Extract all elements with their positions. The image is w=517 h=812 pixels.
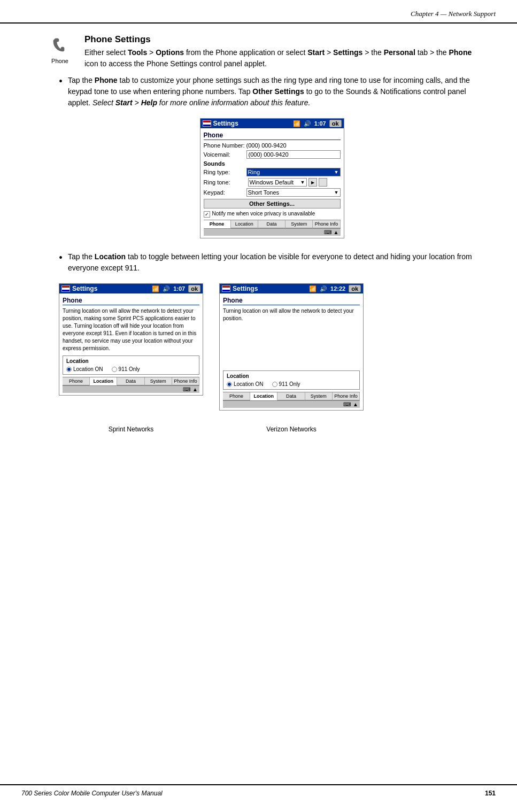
sprint-taskbar-arrow-icon: ▲ [192, 386, 198, 392]
verizon-radio-on-label: Location ON [234, 381, 264, 387]
verizon-taskbar-arrow-icon: ▲ [353, 401, 358, 407]
verizon-spacer [223, 326, 360, 368]
tab-data[interactable]: Data [258, 220, 285, 228]
verizon-radio-on[interactable]: Location ON [227, 381, 264, 387]
verizon-keyboard-icon: ⌨ [343, 401, 351, 407]
sprint-radio-row: Location ON 911 Only [66, 366, 196, 372]
verizon-titlebar-time: 12:22 [330, 285, 345, 292]
sprint-tab-phone[interactable]: Phone [63, 377, 90, 385]
phone-screen-taskbar: ⌨ ▲ [204, 228, 341, 236]
titlebar-left: Settings [203, 120, 238, 127]
verizon-location-title: Location [227, 373, 356, 379]
tab-phone[interactable]: Phone [204, 220, 231, 228]
sprint-radio-911-label: 911 Only [119, 366, 140, 372]
notify-text: Notify me when voice privacy is unavaila… [212, 211, 315, 216]
verizon-screen-body: Phone Turning location on will allow the… [220, 293, 363, 410]
ring-type-value: Ring [248, 169, 260, 175]
phone-screen-tabs: Phone Location Data System Phone Info [204, 220, 341, 228]
verizon-radio-911-label: 911 Only [279, 381, 300, 387]
section-heading: Phone Settings [84, 34, 485, 45]
sprint-ok-button[interactable]: ok [188, 285, 200, 292]
verizon-speaker-icon: 🔊 [320, 285, 327, 292]
sprint-caption: Sprint Networks [59, 426, 203, 433]
tab-location[interactable]: Location [231, 220, 258, 228]
page-content: Phone Phone Settings Either select Tools… [0, 24, 517, 458]
ring-tone-arrow-icon: ▼ [300, 180, 305, 185]
sprint-titlebar-title: Settings [72, 285, 97, 292]
sprint-tab-system[interactable]: System [145, 377, 172, 385]
phone-titlebar: Settings 📶 🔊 1:07 ok [200, 119, 344, 128]
sprint-windows-flag-icon [61, 285, 70, 292]
verizon-screen-taskbar: ⌨ ▲ [223, 400, 360, 408]
sprint-screenshot-wrapper: Settings 📶 🔊 1:07 ok Phone Turning locat… [59, 283, 203, 411]
sprint-keyboard-icon: ⌨ [183, 386, 190, 392]
bullet-section-1: • Tap the Phone tab to customize your ph… [59, 75, 485, 238]
ring-tone-label: Ring tone: [204, 179, 246, 185]
ring-tone-dropdown[interactable]: Windows Default ▼ [248, 178, 307, 187]
tab-system[interactable]: System [285, 220, 313, 228]
ring-type-row: Ring type: Ring ▼ [204, 168, 341, 176]
sprint-radio-911[interactable]: 911 Only [112, 366, 140, 372]
phone-number-value: (000) 000-9420 [246, 142, 287, 149]
verizon-windows-flag-icon [222, 285, 230, 292]
taskbar-arrow-icon: ▲ [334, 229, 339, 235]
section-title-row: Phone Phone Settings Either select Tools… [43, 34, 485, 69]
verizon-caption: Verizon Networks [219, 426, 364, 433]
sprint-radio-911-circle [112, 367, 117, 372]
sprint-titlebar: Settings 📶 🔊 1:07 ok [59, 284, 203, 293]
other-settings-button[interactable]: Other Settings... [204, 199, 341, 208]
verizon-tab-location[interactable]: Location [250, 392, 277, 400]
section-intro: Either select Tools > Options from the P… [84, 47, 485, 69]
phone-section-label: Phone [204, 132, 341, 140]
sprint-radio-on[interactable]: Location ON [66, 366, 103, 372]
phone-svg-icon [50, 36, 70, 56]
verizon-radio-on-circle [227, 382, 232, 387]
screenshot-caption-row: Sprint Networks Verizon Networks [59, 423, 485, 433]
phone-icon [49, 35, 71, 57]
windows-flag-icon [203, 120, 211, 127]
verizon-caption-text: Verizon Networks [266, 426, 316, 433]
verizon-tab-phone-info[interactable]: Phone Info [333, 392, 360, 400]
verizon-tab-phone[interactable]: Phone [223, 392, 250, 400]
sprint-radio-on-fill [67, 368, 71, 371]
keypad-dropdown[interactable]: Short Tones ▼ [246, 188, 341, 197]
tab-phone-info[interactable]: Phone Info [313, 220, 340, 228]
ring-type-dropdown[interactable]: Ring ▼ [246, 168, 341, 176]
sprint-tab-data[interactable]: Data [117, 377, 144, 385]
verizon-location-box: Location Location ON [223, 370, 360, 390]
sprint-screen-taskbar: ⌨ ▲ [63, 385, 199, 393]
verizon-tab-data[interactable]: Data [277, 392, 305, 400]
page-footer: 700 Series Color Mobile Computer User's … [0, 784, 517, 801]
verizon-tab-system[interactable]: System [305, 392, 333, 400]
page-header: Chapter 4 — Network Support [0, 0, 517, 24]
verizon-screen-tabs: Phone Location Data System Phone Info [223, 392, 360, 400]
sprint-screen-tabs: Phone Location Data System Phone Info [63, 377, 199, 385]
phone-number-label: Phone Number: [204, 142, 246, 149]
ring-type-arrow-icon: ▼ [334, 169, 339, 175]
play-button[interactable]: ▶ [308, 178, 317, 187]
stop-button[interactable] [319, 178, 327, 187]
verizon-section-label: Phone [223, 297, 360, 305]
titlebar-title: Settings [213, 120, 238, 127]
notify-checkbox-row: ✓ Notify me when voice privacy is unavai… [204, 211, 341, 218]
ring-type-label: Ring type: [204, 169, 246, 175]
verizon-radio-911-circle [272, 382, 277, 387]
verizon-radio-911[interactable]: 911 Only [272, 381, 300, 387]
verizon-radio-on-fill [228, 383, 231, 386]
bullet-item-1: • Tap the Phone tab to customize your ph… [59, 75, 485, 109]
verizon-titlebar-left: Settings [222, 285, 258, 292]
sprint-titlebar-time: 1:07 [173, 285, 185, 292]
sprint-speaker-icon: 🔊 [163, 285, 170, 292]
sounds-label: Sounds [204, 160, 341, 167]
sprint-tab-phone-info[interactable]: Phone Info [172, 377, 199, 385]
verizon-ok-button[interactable]: ok [349, 285, 361, 292]
sprint-tab-location[interactable]: Location [90, 377, 117, 385]
keypad-value: Short Tones [248, 189, 280, 196]
bullet-dot-2: • [59, 250, 63, 266]
voicemail-input[interactable]: (000) 000-9420 [246, 150, 341, 159]
bullet-text-2: Tap the Location tab to toggle between l… [68, 251, 485, 274]
ok-button[interactable]: ok [329, 120, 342, 127]
footer-left-text: 700 Series Color Mobile Computer User's … [21, 790, 163, 797]
notify-checkbox[interactable]: ✓ [204, 211, 210, 218]
titlebar-time: 1:07 [314, 120, 326, 127]
